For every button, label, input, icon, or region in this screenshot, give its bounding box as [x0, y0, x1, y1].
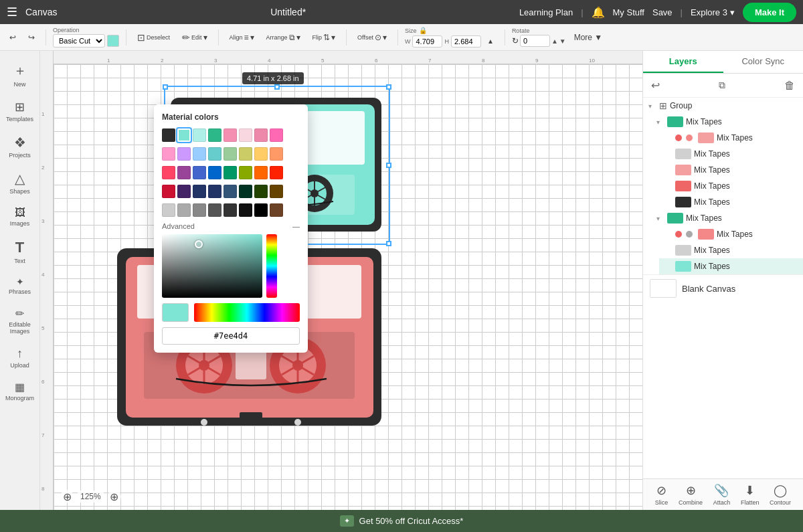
layer-row-group[interactable]: ▾ ⊞ Group: [643, 98, 803, 114]
layer-row-mixtapes1[interactable]: ▾ Mix Tapes: [651, 114, 803, 130]
tab-color-sync[interactable]: Color Sync: [723, 51, 804, 73]
layer-row-mixtapes1c[interactable]: Mix Tapes: [659, 162, 803, 178]
cp-swatch-lteal[interactable]: [193, 128, 206, 142]
flatten-button[interactable]: ⬇ Flatten: [741, 483, 760, 506]
size-stepper-up[interactable]: ▲: [483, 35, 498, 48]
mixtapes2-chevron-icon[interactable]: ▾: [656, 215, 664, 222]
tab-layers[interactable]: Layers: [643, 51, 723, 73]
cp-swatch-7[interactable]: [254, 147, 268, 161]
layer-row-mixtapes2c[interactable]: Mix Tapes: [659, 258, 803, 274]
cp-swatch-31[interactable]: [254, 203, 268, 217]
cp-swatch-13[interactable]: [224, 166, 237, 179]
sidebar-item-phrases[interactable]: ✦ Phrases: [1, 271, 39, 300]
rotate-stepper-up[interactable]: ▲: [551, 37, 558, 45]
cp-swatch-black[interactable]: [162, 128, 175, 142]
sidebar-item-images[interactable]: 🖼 Images: [1, 201, 39, 232]
cp-swatch-17[interactable]: [162, 185, 175, 198]
cp-swatch-green[interactable]: [208, 128, 221, 142]
layer-row-mixtapes2[interactable]: ▾ Mix Tapes: [651, 210, 803, 226]
cp-swatch-10[interactable]: [177, 166, 191, 179]
sidebar-item-monogram[interactable]: ▦ Monogram: [1, 375, 39, 407]
group-chevron-icon[interactable]: ▾: [648, 102, 656, 110]
cp-swatch-brown[interactable]: [270, 203, 283, 217]
cp-swatch-16[interactable]: [270, 166, 283, 179]
cp-swatch-24[interactable]: [270, 185, 283, 198]
width-input[interactable]: [412, 35, 442, 48]
cp-opacity-slider[interactable]: [194, 303, 300, 322]
cp-swatch-9[interactable]: [162, 166, 175, 179]
cp-swatch-22[interactable]: [239, 185, 252, 198]
bell-icon[interactable]: 🔔: [592, 6, 605, 19]
cp-swatch-30[interactable]: [239, 203, 252, 217]
layer-row-mixtapes1d[interactable]: Mix Tapes: [659, 178, 803, 194]
cp-gradient-canvas[interactable]: [162, 234, 262, 298]
operation-select[interactable]: Basic Cut: [53, 34, 105, 48]
cp-swatch-15[interactable]: [254, 166, 268, 179]
panel-copy-button[interactable]: ⧉: [717, 78, 727, 92]
menu-icon[interactable]: ☰: [7, 5, 17, 19]
cp-swatch-2[interactable]: [177, 147, 191, 161]
layer-row-mixtapes1a[interactable]: Mix Tapes: [659, 130, 803, 146]
cp-swatch-19[interactable]: [193, 185, 206, 198]
cp-swatch-teal-selected[interactable]: [177, 128, 191, 142]
slice-button[interactable]: ⊘ Slice: [655, 483, 668, 506]
panel-delete-button[interactable]: 🗑: [783, 78, 796, 93]
align-button[interactable]: Align ≡ ▾: [226, 30, 258, 45]
cp-swatch-27[interactable]: [193, 203, 206, 217]
flip-button[interactable]: Flip ⇅ ▾: [308, 30, 340, 45]
cp-swatch-4[interactable]: [208, 147, 221, 161]
layer-row-mixtapes1e[interactable]: Mix Tapes: [659, 194, 803, 210]
cp-swatch-1[interactable]: [162, 147, 175, 161]
cp-swatch-6[interactable]: [239, 147, 252, 161]
deselect-button[interactable]: ⊡ Deselect: [133, 29, 174, 46]
promo-bar[interactable]: ✦ Get 50% off Cricut Access*: [0, 510, 803, 532]
canvas-area[interactable]: 1 2 3 4 5 6 7 8 9 10 11 1 2 3 4: [40, 51, 642, 510]
rotate-stepper-down[interactable]: ▼: [559, 37, 566, 45]
panel-back-button[interactable]: ↩: [650, 78, 661, 93]
cp-swatch-29[interactable]: [224, 203, 237, 217]
cp-swatch-26[interactable]: [177, 203, 191, 217]
redo-button[interactable]: ↪: [24, 30, 39, 45]
contour-button[interactable]: ◯ Contour: [770, 483, 791, 506]
cp-hue-slider[interactable]: [266, 234, 277, 298]
zoom-in-icon[interactable]: ⊕: [108, 490, 121, 503]
cp-swatch-11[interactable]: [193, 166, 206, 179]
cp-swatch-23[interactable]: [254, 185, 268, 198]
blank-canvas-row[interactable]: Blank Canvas: [643, 274, 803, 302]
make-it-button[interactable]: Make It: [743, 3, 796, 22]
cp-swatch-hotpink[interactable]: [270, 128, 283, 142]
cp-swatch-18[interactable]: [177, 185, 191, 198]
height-input[interactable]: [451, 35, 481, 48]
rotate-input[interactable]: [520, 35, 550, 47]
cp-swatch-mpink[interactable]: [254, 128, 268, 142]
offset-button[interactable]: Offset ⊙ ▾: [353, 30, 391, 45]
undo-button[interactable]: ↩: [5, 30, 20, 45]
cp-hex-input[interactable]: [162, 327, 300, 345]
cp-swatch-14[interactable]: [239, 166, 252, 179]
cp-minimize-icon[interactable]: —: [292, 222, 300, 230]
edit-button[interactable]: ✏ Edit ▾: [178, 29, 211, 46]
layer-row-mixtapes1b[interactable]: Mix Tapes: [659, 146, 803, 162]
cp-swatch-12[interactable]: [208, 166, 221, 179]
explore-button[interactable]: Explore 3 ▾: [691, 7, 735, 17]
save-button[interactable]: Save: [652, 7, 673, 17]
mixtapes1-chevron-icon[interactable]: ▾: [656, 118, 664, 126]
layer-row-mixtapes2b[interactable]: Mix Tapes: [659, 242, 803, 258]
my-stuff-button[interactable]: My Stuff: [613, 7, 644, 17]
cp-swatch-25[interactable]: [162, 203, 175, 217]
canvas-content[interactable]: 4.71 in x 2.68 in Material colors: [54, 64, 642, 510]
cp-swatch-3[interactable]: [193, 147, 206, 161]
sidebar-item-text[interactable]: T Text: [1, 234, 39, 270]
layer-row-mixtapes2a[interactable]: Mix Tapes: [659, 226, 803, 242]
sidebar-item-shapes[interactable]: △ Shapes: [1, 165, 39, 200]
more-button[interactable]: More ▼: [570, 30, 607, 45]
sidebar-item-new[interactable]: ＋ New: [1, 56, 39, 93]
cp-swatch-5[interactable]: [224, 147, 237, 161]
cp-swatch-20[interactable]: [208, 185, 221, 198]
operation-color-swatch[interactable]: [107, 35, 119, 47]
attach-button[interactable]: 📎 Attach: [713, 483, 731, 506]
cp-swatch-lpink[interactable]: [239, 128, 252, 142]
sidebar-item-templates[interactable]: ⊞ Templates: [1, 94, 39, 128]
cp-swatch-pink[interactable]: [224, 128, 237, 142]
sidebar-item-editable-images[interactable]: ✏ Editable Images: [1, 302, 39, 340]
